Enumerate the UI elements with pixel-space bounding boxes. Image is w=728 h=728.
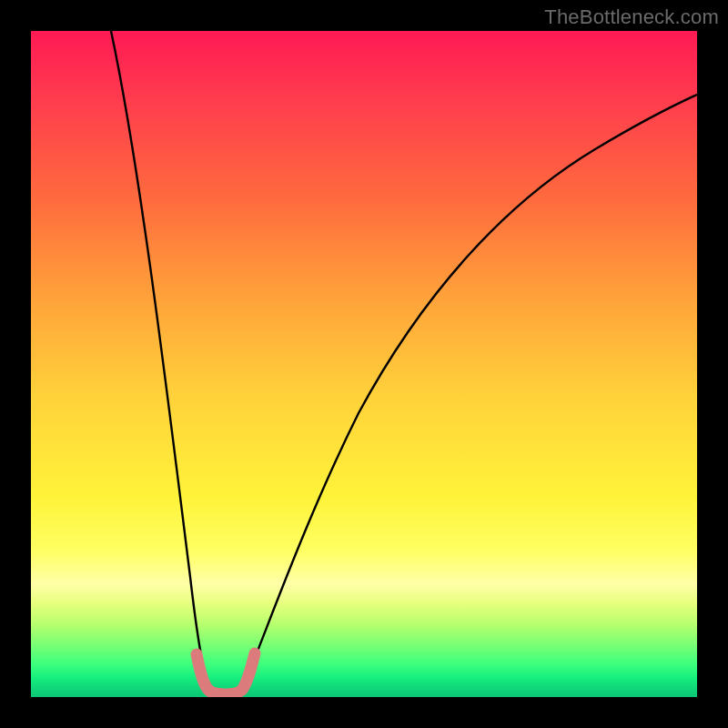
highlight-band-path [197,653,255,694]
chart-frame: TheBottleneck.com [0,0,728,728]
bottleneck-curve [31,31,697,697]
plot-area [31,31,697,697]
curve-path [111,31,697,693]
watermark-text: TheBottleneck.com [544,5,719,29]
